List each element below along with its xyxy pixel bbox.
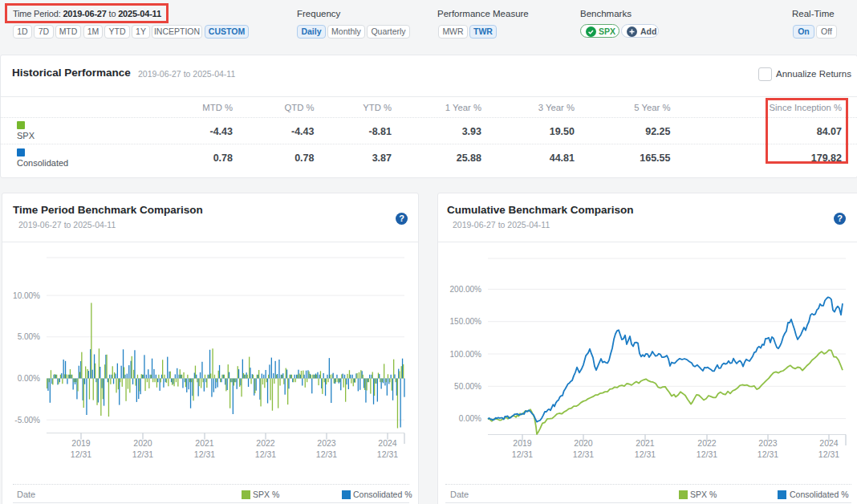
svg-text:5.00%: 5.00% (18, 332, 40, 341)
svg-text:12/31: 12/31 (697, 449, 717, 459)
svg-text:2022: 2022 (697, 438, 717, 448)
svg-text:12/31: 12/31 (757, 449, 778, 459)
svg-text:12/31: 12/31 (255, 449, 276, 459)
svg-text:0.00%: 0.00% (459, 414, 481, 423)
svg-text:10.00%: 10.00% (13, 291, 40, 300)
svg-text:2023: 2023 (758, 438, 778, 448)
svg-text:0.00%: 0.00% (18, 374, 40, 383)
svg-text:150.00%: 150.00% (450, 317, 482, 326)
svg-text:2022: 2022 (256, 438, 275, 448)
svg-text:12/31: 12/31 (132, 449, 153, 459)
svg-text:12/31: 12/31 (71, 449, 91, 459)
svg-text:2019: 2019 (513, 438, 532, 448)
svg-text:12/31: 12/31 (635, 449, 656, 459)
svg-text:12/31: 12/31 (818, 449, 839, 459)
svg-text:2020: 2020 (133, 438, 152, 448)
svg-text:-5.00%: -5.00% (14, 416, 40, 425)
svg-text:100.00%: 100.00% (450, 350, 482, 359)
svg-text:12/31: 12/31 (194, 449, 215, 459)
svg-text:12/31: 12/31 (316, 449, 337, 459)
svg-text:2019: 2019 (71, 438, 91, 448)
svg-text:2020: 2020 (574, 438, 593, 448)
svg-text:2024: 2024 (819, 438, 839, 448)
svg-text:2023: 2023 (317, 438, 336, 448)
svg-text:12/31: 12/31 (377, 449, 398, 459)
svg-text:50.00%: 50.00% (454, 382, 481, 391)
svg-text:12/31: 12/31 (573, 449, 594, 459)
svg-text:2021: 2021 (636, 438, 655, 448)
svg-text:12/31: 12/31 (512, 449, 533, 459)
svg-text:2024: 2024 (378, 438, 397, 448)
svg-text:2021: 2021 (195, 438, 214, 448)
svg-text:200.00%: 200.00% (450, 285, 482, 294)
